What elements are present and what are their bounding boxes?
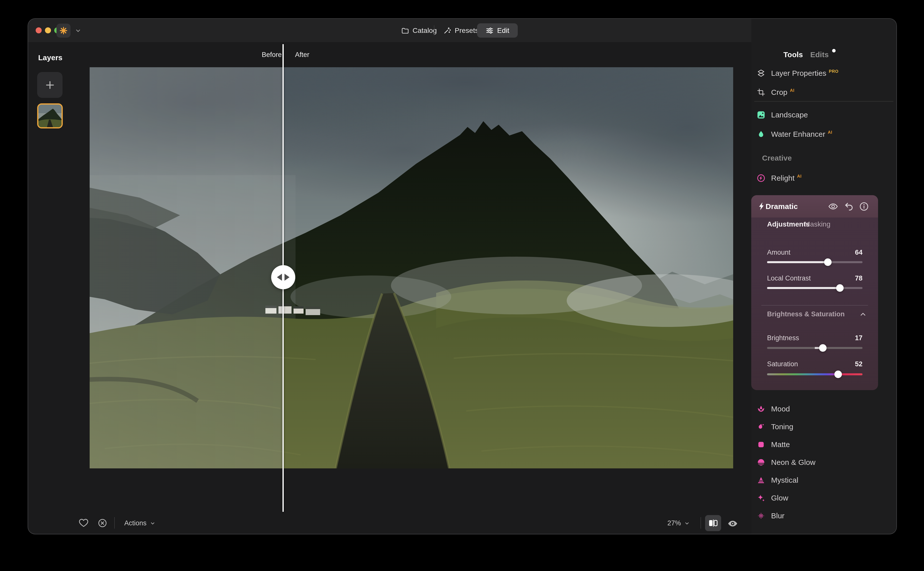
amount-slider-thumb[interactable]: [824, 258, 831, 266]
tool-label: Water EnhancerAI: [771, 130, 832, 139]
tool-label: Neon & Glow: [771, 458, 816, 467]
tool-label: Landscape: [771, 111, 808, 119]
tool-water-enhancer[interactable]: Water EnhancerAI: [757, 125, 892, 143]
brightness-value: 17: [840, 334, 862, 342]
tool-mood[interactable]: Mood: [757, 400, 892, 418]
minimize-window-button[interactable]: [45, 27, 51, 33]
tab-tools[interactable]: Tools: [783, 51, 803, 59]
tab-edit-label: Edit: [497, 26, 509, 35]
paint-drop-icon: [757, 422, 766, 431]
creative-section-header: Creative: [762, 154, 792, 162]
local-contrast-value: 78: [840, 275, 862, 282]
actions-dropdown[interactable]: Actions: [124, 519, 156, 527]
tool-matte[interactable]: Matte: [757, 436, 892, 453]
ai-badge: AI: [828, 130, 832, 135]
layered-mountain-icon: [757, 476, 766, 485]
info-icon[interactable]: [859, 201, 869, 212]
app-logo-button[interactable]: [56, 23, 71, 38]
compare-view-button[interactable]: [705, 515, 721, 531]
ai-badge: AI: [797, 174, 802, 179]
collapse-chevron-up-icon[interactable]: [859, 310, 867, 319]
brightness-slider-thumb[interactable]: [819, 344, 826, 352]
dot-grid-icon: [757, 511, 766, 520]
split-view-icon: [708, 518, 718, 528]
compare-drag-handle[interactable]: [271, 265, 295, 289]
preview-eye-icon[interactable]: [727, 518, 738, 529]
sliders-icon: [486, 26, 494, 35]
add-layer-button[interactable]: [37, 72, 62, 98]
amount-slider[interactable]: [767, 261, 862, 263]
tool-mystical[interactable]: Mystical: [757, 471, 892, 489]
visibility-eye-icon[interactable]: [828, 201, 838, 212]
layers-icon: [757, 69, 766, 78]
photo-canvas: [90, 67, 733, 468]
actions-label: Actions: [124, 519, 147, 527]
saturation-slider[interactable]: [767, 373, 862, 375]
arrow-left-icon: [277, 274, 282, 281]
tab-adjustments[interactable]: Adjustments: [767, 220, 810, 228]
saturation-label: Saturation: [767, 360, 798, 368]
tool-glow[interactable]: Glow: [757, 489, 892, 507]
dramatic-tool-panel: Dramatic Adjustments Masking Amount 64: [751, 195, 878, 390]
arrow-right-icon: [285, 274, 289, 281]
logo-chevron-down-icon[interactable]: [75, 27, 81, 34]
tab-catalog[interactable]: Catalog: [401, 23, 437, 38]
local-contrast-slider[interactable]: [767, 287, 862, 289]
lotus-icon: [757, 404, 766, 414]
edit-sidebar: Tools Edits Layer PropertiesPRO CropAI: [751, 19, 896, 534]
edits-notification-dot: [832, 49, 836, 52]
magic-wand-icon: [443, 26, 451, 35]
neon-sun-icon: [757, 458, 766, 467]
tab-masking[interactable]: Masking: [804, 220, 830, 228]
zoom-level-value: 27%: [667, 519, 681, 527]
brightness-label: Brightness: [767, 334, 799, 342]
layers-panel-title: Layers: [38, 54, 62, 62]
local-contrast-slider-thumb[interactable]: [836, 284, 844, 292]
tab-presets-label: Presets: [455, 26, 478, 35]
reject-circle-x-icon[interactable]: [98, 518, 107, 528]
chevron-down-icon: [150, 520, 156, 526]
amount-label: Amount: [767, 248, 791, 256]
tab-edit[interactable]: Edit: [477, 23, 518, 38]
crop-icon: [757, 88, 766, 97]
undo-icon[interactable]: [844, 201, 854, 212]
layer-thumbnail[interactable]: [37, 103, 63, 128]
tools-divider: [754, 101, 893, 102]
tab-catalog-label: Catalog: [413, 26, 437, 35]
tool-blur[interactable]: Blur: [757, 507, 892, 525]
tool-landscape[interactable]: Landscape: [757, 106, 892, 124]
local-contrast-label: Local Contrast: [767, 275, 811, 282]
tab-divider: [434, 25, 434, 36]
before-region-overlay: [90, 67, 283, 468]
tool-crop[interactable]: CropAI: [757, 83, 892, 101]
brightness-slider[interactable]: [767, 347, 862, 349]
tool-neon-glow[interactable]: Neon & Glow: [757, 454, 892, 471]
tool-label: Mood: [771, 405, 790, 413]
after-label: After: [295, 51, 310, 59]
amount-value: 64: [840, 248, 862, 256]
close-window-button[interactable]: [36, 27, 42, 33]
tool-layer-properties[interactable]: Layer PropertiesPRO: [757, 65, 892, 82]
tool-label: Glow: [771, 494, 788, 502]
droplet-icon: [757, 130, 766, 139]
saturation-slider-thumb[interactable]: [834, 370, 842, 378]
tool-label: Mystical: [771, 476, 798, 485]
bottombar-divider-right: [701, 517, 701, 529]
brightness-saturation-section-header[interactable]: Brightness & Saturation: [767, 310, 845, 318]
tool-toning[interactable]: Toning: [757, 418, 892, 435]
pro-badge: PRO: [829, 69, 838, 74]
image-icon: [757, 110, 766, 119]
tab-presets[interactable]: Presets: [443, 23, 478, 38]
tool-label: Blur: [771, 512, 785, 520]
folder-icon: [401, 26, 409, 35]
tab-edits[interactable]: Edits: [810, 51, 829, 59]
lightning-bolt-icon: [757, 201, 767, 211]
asterisk-logo-icon: [59, 26, 68, 35]
tool-label: Matte: [771, 440, 790, 449]
tool-relight[interactable]: RelightAI: [757, 169, 892, 187]
before-label: Before: [244, 51, 282, 59]
relight-bolt-circle-icon: [757, 174, 766, 183]
favorite-heart-icon[interactable]: [78, 517, 89, 528]
zoom-level-dropdown[interactable]: 27%: [667, 519, 690, 527]
saturation-value: 52: [840, 360, 862, 368]
